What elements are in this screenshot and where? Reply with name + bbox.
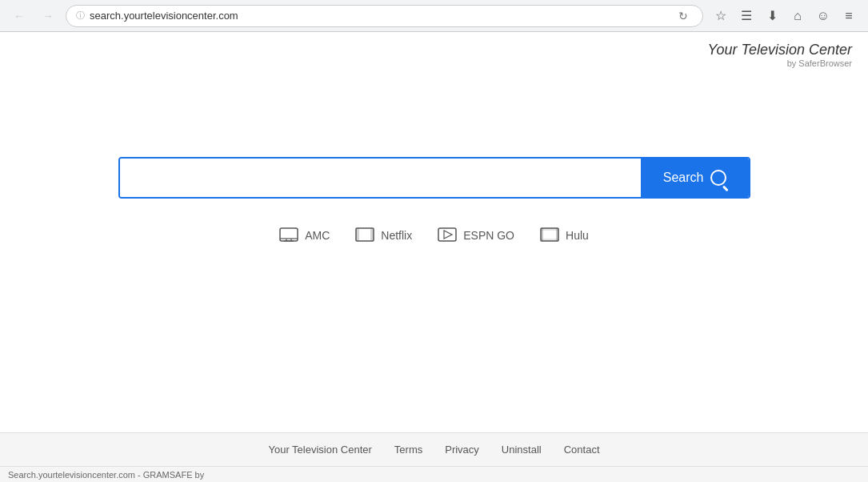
forward-button[interactable]: →	[37, 5, 59, 27]
channel-links: AMC Netflix	[279, 227, 589, 244]
footer-link-uninstall[interactable]: Uninstall	[502, 444, 542, 456]
menu-button[interactable]: ≡	[838, 5, 860, 27]
footer-link-privacy[interactable]: Privacy	[445, 444, 479, 456]
home-button[interactable]: ⌂	[786, 5, 809, 27]
search-input[interactable]	[120, 159, 641, 197]
espngo-icon	[438, 227, 457, 244]
toolbar-icons: ☆ ☰ ⬇ ⌂ ☺ ≡	[710, 5, 860, 27]
branding: Your Television Center by SaferBrowser	[708, 42, 852, 68]
status-bar: Search.yourtelevisioncenter.com - GRAMSA…	[0, 466, 868, 482]
hulu-label: Hulu	[566, 229, 589, 242]
espngo-label: ESPN GO	[463, 229, 514, 242]
hulu-icon	[540, 227, 559, 244]
main-content: Search AMC	[0, 32, 868, 432]
svg-marker-9	[444, 231, 452, 239]
page-content: Your Television Center by SaferBrowser S…	[0, 32, 868, 432]
status-text: Search.yourtelevisioncenter.com - GRAMSA…	[8, 470, 204, 480]
footer-link-terms[interactable]: Terms	[394, 444, 422, 456]
amc-icon	[279, 227, 298, 244]
netflix-label: Netflix	[381, 229, 412, 242]
footer: Your Television Center Terms Privacy Uni…	[0, 432, 868, 466]
channel-link-netflix[interactable]: Netflix	[355, 227, 412, 244]
browser-chrome: ← → ⓘ ↻ ☆ ☰ ⬇ ⌂ ☺ ≡	[0, 0, 868, 32]
info-icon: ⓘ	[76, 10, 85, 22]
pocket-button[interactable]: ⬇	[761, 5, 783, 27]
back-button[interactable]: ←	[8, 5, 30, 27]
search-bar: Search	[118, 157, 750, 199]
reading-mode-button[interactable]: ☰	[735, 5, 758, 27]
search-button[interactable]: Search	[641, 159, 749, 197]
account-button[interactable]: ☺	[812, 5, 834, 27]
search-button-label: Search	[663, 171, 704, 185]
branding-subtitle: by SaferBrowser	[708, 58, 852, 68]
svg-rect-13	[541, 228, 558, 231]
footer-link-home[interactable]: Your Television Center	[268, 444, 371, 456]
svg-rect-0	[280, 228, 298, 241]
search-icon	[710, 170, 726, 186]
channel-link-hulu[interactable]: Hulu	[540, 227, 589, 244]
svg-rect-7	[370, 228, 374, 241]
address-bar: ⓘ ↻	[66, 5, 703, 27]
netflix-icon	[355, 227, 374, 244]
footer-link-contact[interactable]: Contact	[564, 444, 600, 456]
channel-link-espngo[interactable]: ESPN GO	[438, 227, 514, 244]
svg-rect-8	[438, 228, 456, 241]
svg-rect-14	[541, 239, 558, 241]
reload-button[interactable]: ↻	[674, 6, 693, 26]
svg-rect-6	[356, 228, 359, 241]
bookmark-button[interactable]: ☆	[710, 5, 732, 27]
amc-label: AMC	[305, 229, 330, 242]
branding-title: Your Television Center	[708, 42, 852, 58]
address-input[interactable]	[90, 10, 669, 22]
channel-link-amc[interactable]: AMC	[279, 227, 330, 244]
